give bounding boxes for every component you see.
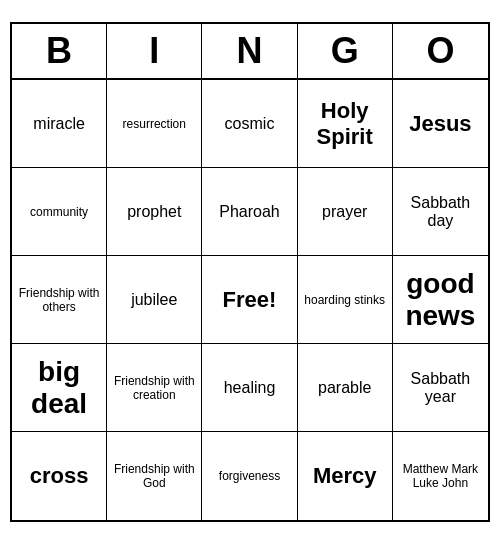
bingo-grid: miracleresurrectioncosmicHoly SpiritJesu… (12, 80, 488, 520)
bingo-cell: Pharoah (202, 168, 297, 256)
header-letter: O (393, 24, 488, 78)
bingo-cell: Sabbath year (393, 344, 488, 432)
bingo-cell: good news (393, 256, 488, 344)
bingo-header: BINGO (12, 24, 488, 80)
bingo-cell: healing (202, 344, 297, 432)
header-letter: G (298, 24, 393, 78)
bingo-cell: Friendship with God (107, 432, 202, 520)
bingo-cell: parable (298, 344, 393, 432)
bingo-card: BINGO miracleresurrectioncosmicHoly Spir… (10, 22, 490, 522)
bingo-cell: big deal (12, 344, 107, 432)
bingo-cell: Jesus (393, 80, 488, 168)
bingo-cell: miracle (12, 80, 107, 168)
header-letter: I (107, 24, 202, 78)
bingo-cell: Friendship with others (12, 256, 107, 344)
bingo-cell: Holy Spirit (298, 80, 393, 168)
bingo-cell: Free! (202, 256, 297, 344)
bingo-cell: community (12, 168, 107, 256)
header-letter: N (202, 24, 297, 78)
bingo-cell: hoarding stinks (298, 256, 393, 344)
bingo-cell: jubilee (107, 256, 202, 344)
bingo-cell: forgiveness (202, 432, 297, 520)
bingo-cell: cosmic (202, 80, 297, 168)
bingo-cell: prayer (298, 168, 393, 256)
bingo-cell: cross (12, 432, 107, 520)
header-letter: B (12, 24, 107, 78)
bingo-cell: Matthew Mark Luke John (393, 432, 488, 520)
bingo-cell: prophet (107, 168, 202, 256)
bingo-cell: Friendship with creation (107, 344, 202, 432)
bingo-cell: Sabbath day (393, 168, 488, 256)
bingo-cell: Mercy (298, 432, 393, 520)
bingo-cell: resurrection (107, 80, 202, 168)
